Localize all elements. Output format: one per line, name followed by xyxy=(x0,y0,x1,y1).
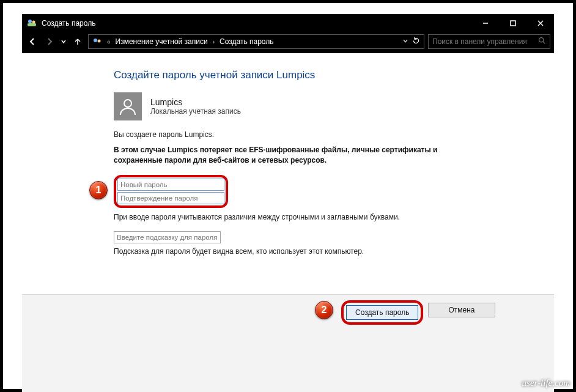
dropdown-chevron-icon[interactable] xyxy=(402,37,408,46)
close-button[interactable] xyxy=(526,14,554,32)
svg-point-0 xyxy=(28,20,32,23)
refresh-icon[interactable] xyxy=(412,37,420,46)
page-title: Создайте пароль учетной записи Lumpics xyxy=(114,69,505,81)
svg-rect-2 xyxy=(28,23,36,26)
password-hint-input[interactable] xyxy=(114,231,221,243)
svg-point-8 xyxy=(98,40,101,43)
titlebar: Создать пароль xyxy=(22,14,554,32)
svg-point-9 xyxy=(539,38,544,42)
content-area: Создайте пароль учетной записи Lumpics L… xyxy=(22,53,554,371)
chevron-right-icon: › xyxy=(212,39,216,45)
breadcrumb-seg-0[interactable]: Изменение учетной записи xyxy=(112,35,212,48)
warning-text: В этом случае Lumpics потеряет все EFS-ш… xyxy=(114,145,456,166)
minimize-button[interactable] xyxy=(471,14,499,32)
button-bar: 2 Создать пароль Отмена xyxy=(22,294,554,392)
annotation-step-2: 2 xyxy=(315,301,333,319)
search-input[interactable] xyxy=(432,37,534,46)
breadcrumb-root-icon xyxy=(89,35,106,48)
search-icon[interactable] xyxy=(538,37,546,46)
annotation-step-1: 1 xyxy=(89,181,108,199)
create-password-button[interactable]: Создать пароль xyxy=(346,305,418,320)
recent-chevron-icon[interactable] xyxy=(60,35,67,48)
creating-text: Вы создаете пароль Lumpics. xyxy=(114,130,505,139)
back-button[interactable] xyxy=(26,35,39,48)
avatar xyxy=(114,92,142,120)
svg-point-7 xyxy=(94,39,97,42)
cancel-button[interactable]: Отмена xyxy=(428,303,495,317)
account-type: Локальная учетная запись xyxy=(150,107,241,116)
svg-point-1 xyxy=(32,20,35,23)
breadcrumb-seg-1[interactable]: Создать пароль xyxy=(216,35,277,48)
svg-rect-4 xyxy=(511,21,515,26)
window-title: Создать пароль xyxy=(42,19,95,28)
watermark: user-life.com xyxy=(522,378,570,388)
username: Lumpics xyxy=(150,97,241,107)
maximize-button[interactable] xyxy=(499,14,526,32)
search-box[interactable] xyxy=(428,34,550,49)
up-button[interactable] xyxy=(71,35,84,48)
new-password-input[interactable] xyxy=(117,179,224,191)
svg-point-11 xyxy=(124,100,131,107)
confirm-password-input[interactable] xyxy=(117,192,224,204)
case-note: При вводе пароля учитываются различия ме… xyxy=(114,213,505,221)
breadcrumb[interactable]: « Изменение учетной записи › Создать пар… xyxy=(88,34,424,49)
chevron-left-icon: « xyxy=(106,39,112,45)
hint-note: Подсказка для пароля будет видна всем, к… xyxy=(114,247,505,256)
svg-line-10 xyxy=(543,42,545,43)
address-bar: « Изменение учетной записи › Создать пар… xyxy=(22,32,554,53)
user-accounts-icon xyxy=(27,18,37,29)
annotation-outline-1 xyxy=(114,175,228,208)
forward-button[interactable] xyxy=(43,35,56,48)
annotation-outline-2: Создать пароль xyxy=(341,300,423,325)
